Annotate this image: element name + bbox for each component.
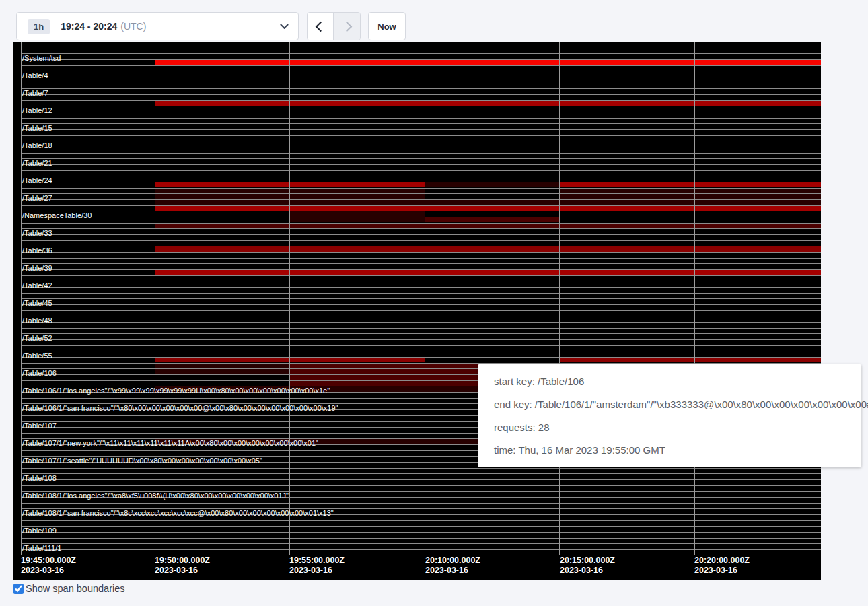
span-boundary-line [21,94,821,95]
heat-band [559,189,694,193]
span-label: /Table/106/1/"los angeles"/"\x99\x99\x99… [22,386,330,395]
range-duration-badge: 1h [28,19,50,34]
span-label: /Table/12 [22,106,52,114]
heat-band [289,206,425,211]
key-visualizer-page: 1h 19:24 - 20:24 (UTC) Now /System/tsd/T… [0,0,868,606]
x-axis-tick-date: 2023-03-16 [21,566,76,576]
time-gridline [155,42,155,555]
heat-band [694,246,821,251]
heat-band [155,206,289,211]
span-boundary-line [21,468,821,469]
span-boundary-line [21,316,821,316]
heat-band [155,364,289,368]
show-span-boundaries-checkbox[interactable] [13,584,24,594]
x-axis-tick-time: 20:10:00.000Z [425,556,480,566]
next-range-button[interactable] [334,13,360,40]
heat-band [694,200,821,205]
span-boundary-line [21,339,821,340]
prev-range-button[interactable] [308,13,334,40]
span-boundary-line [21,71,821,71]
span-boundary-line [21,77,821,77]
span-boundary-line [21,328,821,329]
span-boundary-line [21,258,821,259]
span-boundary-line [21,158,821,159]
span-boundary-line [21,269,821,270]
span-boundary-line [21,287,821,288]
span-label: /Table/107/1/"new york"/"\x11\x11\x11\x1… [22,439,318,447]
heat-band [559,206,694,211]
x-axis-tick-time: 19:50:00.000Z [155,556,210,566]
chevron-down-icon [280,20,289,29]
span-label: /Table/45 [22,299,52,307]
span-label: /Table/55 [22,351,52,360]
span-label: /Table/18 [22,141,52,149]
span-boundary-line [21,538,821,539]
heat-band [425,182,559,187]
heat-band [559,194,694,199]
heat-band [425,200,559,205]
x-axis-tick: 19:50:00.000Z2023-03-16 [155,556,210,576]
span-label: /Table/39 [22,264,52,272]
heat-band [559,60,694,65]
tooltip-requests: requests: 28 [494,420,845,435]
heat-band [289,200,425,205]
span-boundary-line [21,322,821,323]
heat-band [289,364,425,368]
heat-band [155,194,289,199]
time-gridline [425,42,425,555]
x-axis-tick: 20:10:00.000Z2023-03-16 [425,556,480,576]
span-boundary-line [21,345,821,346]
span-boundary-line [21,135,821,136]
heat-band [694,358,821,362]
heat-band [155,246,289,251]
x-axis-tick-date: 2023-03-16 [289,566,345,576]
time-toolbar: 1h 19:24 - 20:24 (UTC) Now [16,12,406,40]
heat-band [559,224,694,228]
heat-band [559,358,694,362]
heat-band [289,369,425,374]
span-boundary-line [21,182,821,182]
span-boundary-line [21,526,821,527]
span-boundary-line [21,188,821,189]
heat-band [425,206,559,211]
x-axis-tick-time: 20:20:00.000Z [694,556,750,566]
span-label: /Table/111/1 [22,544,61,552]
x-axis-tick-time: 19:45:00.000Z [21,556,76,566]
span-boundary-line [21,351,821,351]
span-boundary-line [21,304,821,305]
span-label: /Table/109 [22,527,57,535]
now-button[interactable]: Now [368,12,406,40]
span-label: /Table/106 [22,369,57,377]
time-range-selector[interactable]: 1h 19:24 - 20:24 (UTC) [16,12,299,40]
span-label: /Table/36 [22,246,52,255]
heat-band [694,189,821,193]
span-boundary-line [21,153,821,154]
heat-band [694,224,821,228]
heat-band [155,60,289,65]
show-span-boundaries-label: Show span boundaries [26,583,125,594]
heat-band [155,358,289,362]
span-boundary-line [21,281,821,281]
span-label: /Table/108/1/"san francisco"/"\x8c\xcc\x… [22,509,334,517]
span-boundary-line [21,217,821,217]
heat-band [425,270,559,275]
span-label: /Table/24 [22,176,52,184]
heat-band [694,206,821,211]
heat-band [155,189,289,193]
span-boundary-line [21,205,821,206]
heat-band [694,101,821,106]
heat-band [559,101,694,106]
key-visualizer-canvas[interactable]: /System/tsd/Table/4/Table/7/Table/12/Tab… [13,42,821,580]
heat-band [155,369,289,374]
heat-band [694,60,821,65]
span-boundary-line [21,485,821,486]
span-boundary-line [21,263,821,264]
span-boundary-line [21,147,821,147]
heat-band [559,182,694,187]
span-boundary-line [21,129,821,130]
span-boundary-line [21,170,821,171]
span-boundary-line [21,520,821,521]
time-gridline [289,42,290,555]
span-boundary-line [21,59,821,60]
span-label: /Table/107/1/"seattle"/"UUUUUUD\x00\x80\… [22,457,262,465]
